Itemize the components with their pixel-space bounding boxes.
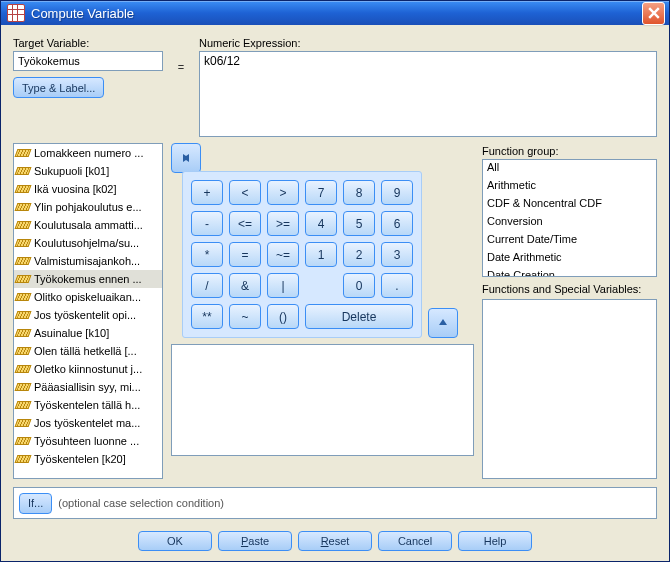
move-to-expression-button[interactable]	[171, 143, 201, 173]
variable-list-item-label: Oletko kiinnostunut j...	[34, 363, 142, 375]
function-group-list[interactable]: AllArithmeticCDF & Noncentral CDFConvers…	[482, 159, 657, 277]
help-button[interactable]: Help	[458, 531, 532, 551]
keypad-button[interactable]: |	[267, 273, 299, 298]
variable-list-item[interactable]: Työkokemus ennen ...	[14, 270, 162, 288]
keypad-button[interactable]: -	[191, 211, 223, 236]
scale-variable-icon	[16, 308, 30, 322]
close-icon	[648, 7, 660, 19]
variable-list-item[interactable]: Jos työskentelet ma...	[14, 414, 162, 432]
variable-list-item[interactable]: Valmistumisajankoh...	[14, 252, 162, 270]
if-button[interactable]: If...	[19, 493, 52, 514]
target-variable-label: Target Variable:	[13, 37, 163, 49]
keypad-button[interactable]: ()	[267, 304, 299, 329]
scale-variable-icon	[16, 182, 30, 196]
variable-list-item[interactable]: Ikä vuosina [k02]	[14, 180, 162, 198]
target-variable-input[interactable]	[13, 51, 163, 71]
keypad-button[interactable]: **	[191, 304, 223, 329]
keypad-button[interactable]: <	[229, 180, 261, 205]
function-group-item[interactable]: Arithmetic	[483, 178, 656, 196]
keypad-button[interactable]: 5	[343, 211, 375, 236]
scale-variable-icon	[16, 452, 30, 466]
variable-list-item-label: Jos työskentelit opi...	[34, 309, 136, 321]
variable-list-item[interactable]: Ylin pohjakoulutus e...	[14, 198, 162, 216]
keypad-button[interactable]: 7	[305, 180, 337, 205]
keypad-button[interactable]: *	[191, 242, 223, 267]
variable-list-item[interactable]: Pääasiallisin syy, mi...	[14, 378, 162, 396]
scale-variable-icon	[16, 164, 30, 178]
keypad-button[interactable]: /	[191, 273, 223, 298]
variable-list-item[interactable]: Olen tällä hetkellä [...	[14, 342, 162, 360]
cancel-button[interactable]: Cancel	[378, 531, 452, 551]
function-group-item[interactable]: All	[483, 160, 656, 178]
scale-variable-icon	[16, 416, 30, 430]
calculator-keypad: +<>789-<=>=456*=~=123/&|0.**~()Delete	[182, 171, 422, 338]
scale-variable-icon	[16, 290, 30, 304]
close-button[interactable]	[642, 2, 665, 25]
function-group-item[interactable]: Date Arithmetic	[483, 250, 656, 268]
variable-list-item-label: Työkokemus ennen ...	[34, 273, 142, 285]
keypad-button[interactable]: =	[229, 242, 261, 267]
scale-variable-icon	[16, 326, 30, 340]
keypad-button[interactable]: 1	[305, 242, 337, 267]
titlebar[interactable]: Compute Variable	[1, 1, 669, 25]
variable-list-item[interactable]: Koulutusohjelma/su...	[14, 234, 162, 252]
reset-button[interactable]: Reset	[298, 531, 372, 551]
keypad-button[interactable]: 2	[343, 242, 375, 267]
keypad-button[interactable]: &	[229, 273, 261, 298]
function-group-item[interactable]: CDF & Noncentral CDF	[483, 196, 656, 214]
keypad-delete-button[interactable]: Delete	[305, 304, 413, 329]
variable-list-item-label: Työsuhteen luonne ...	[34, 435, 139, 447]
variable-list-item[interactable]: Lomakkeen numero ...	[14, 144, 162, 162]
keypad-button[interactable]: 9	[381, 180, 413, 205]
paste-button[interactable]: Paste	[218, 531, 292, 551]
variable-list-item[interactable]: Oletko kiinnostunut j...	[14, 360, 162, 378]
function-group-item[interactable]: Current Date/Time	[483, 232, 656, 250]
keypad-button[interactable]: >	[267, 180, 299, 205]
keypad-button[interactable]: 4	[305, 211, 337, 236]
keypad-button[interactable]: 6	[381, 211, 413, 236]
variable-list-item[interactable]: Työskentelen [k20]	[14, 450, 162, 468]
variable-list-item-label: Ylin pohjakoulutus e...	[34, 201, 142, 213]
keypad-button[interactable]: ~=	[267, 242, 299, 267]
dialog-button-row: OK Paste Reset Cancel Help	[13, 519, 657, 561]
numeric-expression-input[interactable]: k06/12	[199, 51, 657, 137]
function-group-item[interactable]: Date Creation	[483, 268, 656, 277]
variable-list-item[interactable]: Sukupuoli [k01]	[14, 162, 162, 180]
arrow-right-icon	[179, 151, 193, 165]
variable-list-item-label: Työskentelen tällä h...	[34, 399, 140, 411]
keypad-button[interactable]: 8	[343, 180, 375, 205]
keypad-button[interactable]: <=	[229, 211, 261, 236]
keypad-button[interactable]: 0	[343, 273, 375, 298]
move-function-up-button[interactable]	[428, 308, 458, 338]
variable-list-item-label: Valmistumisajankoh...	[34, 255, 140, 267]
keypad-button[interactable]: 3	[381, 242, 413, 267]
keypad-button[interactable]: >=	[267, 211, 299, 236]
variable-list[interactable]: Lomakkeen numero ...Sukupuoli [k01]Ikä v…	[13, 143, 163, 479]
keypad-button[interactable]: .	[381, 273, 413, 298]
keypad-button[interactable]: ~	[229, 304, 261, 329]
variable-list-item-label: Olen tällä hetkellä [...	[34, 345, 137, 357]
variable-list-item[interactable]: Työskentelen tällä h...	[14, 396, 162, 414]
type-label-button[interactable]: Type & Label...	[13, 77, 104, 98]
compute-variable-dialog: Compute Variable Target Variable: Type &…	[0, 0, 670, 562]
scale-variable-icon	[16, 146, 30, 160]
scale-variable-icon	[16, 218, 30, 232]
variable-list-item[interactable]: Työsuhteen luonne ...	[14, 432, 162, 450]
arrow-up-icon	[436, 316, 450, 330]
functions-special-variables-label: Functions and Special Variables:	[482, 283, 657, 295]
scale-variable-icon	[16, 272, 30, 286]
scale-variable-icon	[16, 398, 30, 412]
scale-variable-icon	[16, 200, 30, 214]
functions-special-variables-list[interactable]	[482, 299, 657, 479]
variable-list-item[interactable]: Olitko opiskeluaikan...	[14, 288, 162, 306]
ok-button[interactable]: OK	[138, 531, 212, 551]
variable-list-item-label: Olitko opiskeluaikan...	[34, 291, 141, 303]
variable-list-item-label: Asuinalue [k10]	[34, 327, 109, 339]
keypad-button[interactable]: +	[191, 180, 223, 205]
variable-list-item[interactable]: Asuinalue [k10]	[14, 324, 162, 342]
app-icon	[7, 4, 25, 22]
variable-list-item-label: Lomakkeen numero ...	[34, 147, 143, 159]
variable-list-item[interactable]: Jos työskentelit opi...	[14, 306, 162, 324]
variable-list-item[interactable]: Koulutusala ammatti...	[14, 216, 162, 234]
function-group-item[interactable]: Conversion	[483, 214, 656, 232]
